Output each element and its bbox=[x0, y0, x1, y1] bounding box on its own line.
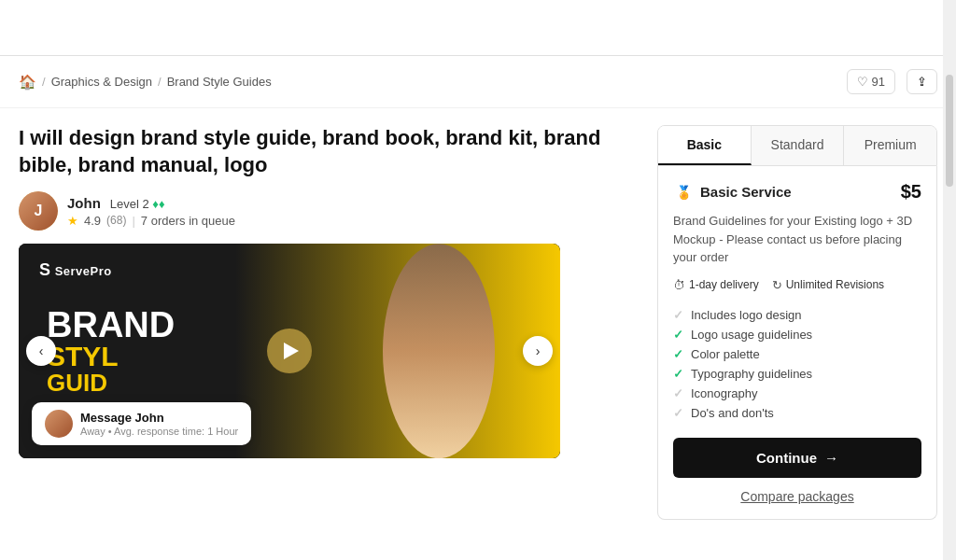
package-features: ✓ Includes logo design ✓ Logo usage guid… bbox=[673, 305, 921, 423]
feature-5-check: ✓ bbox=[673, 386, 683, 400]
seller-avatar[interactable]: J bbox=[19, 191, 58, 231]
feature-1-check: ✓ bbox=[673, 308, 683, 322]
package-price: $5 bbox=[901, 181, 921, 203]
continue-button[interactable]: Continue → bbox=[673, 438, 921, 478]
star-icon: ★ bbox=[67, 214, 78, 228]
message-action: Message John bbox=[80, 411, 238, 425]
package-meta: ⏱ 1-day delivery ↻ Unlimited Revisions bbox=[673, 278, 921, 292]
review-count: (68) bbox=[106, 214, 126, 227]
share-button[interactable]: ⇪ bbox=[907, 69, 937, 94]
seller-level: Level 2 ♦♦ bbox=[110, 197, 165, 211]
revisions-meta: ↻ Unlimited Revisions bbox=[772, 278, 884, 292]
tab-premium-label: Premium bbox=[865, 137, 917, 152]
breadcrumb-graphics[interactable]: Graphics & Design bbox=[51, 75, 152, 89]
servepro-logo: S ServePro bbox=[39, 260, 112, 280]
play-button[interactable] bbox=[267, 329, 312, 373]
feature-1-label: Includes logo design bbox=[691, 308, 802, 322]
scrollbar-thumb[interactable] bbox=[946, 75, 953, 187]
message-popup[interactable]: Message John Away • Avg. response time: … bbox=[32, 402, 251, 445]
level-dots: ♦♦ bbox=[152, 197, 164, 211]
package-badge: 🏅 bbox=[673, 182, 694, 203]
home-icon[interactable]: 🏠 bbox=[19, 74, 36, 91]
breadcrumb-sep1: / bbox=[42, 75, 46, 89]
tab-standard-label: Standard bbox=[771, 137, 824, 152]
tab-basic-label: Basic bbox=[687, 137, 722, 152]
seller-name[interactable]: John bbox=[67, 195, 101, 211]
seller-info: J John Level 2 ♦♦ ★ 4.9 (68) | 7 orders … bbox=[19, 191, 629, 231]
package-title-text: Basic Service bbox=[700, 184, 792, 200]
feature-2: ✓ Logo usage guidelines bbox=[673, 325, 921, 344]
package-body: 🏅 Basic Service $5 Brand Guidelines for … bbox=[657, 166, 937, 520]
gig-image-wrapper: S ServePro BRAND STYL GUID ‹ › bbox=[19, 244, 560, 458]
tab-standard[interactable]: Standard bbox=[752, 126, 845, 165]
feature-3: ✓ Color palette bbox=[673, 344, 921, 364]
share-icon: ⇪ bbox=[917, 75, 927, 89]
response-time: Avg. response time: 1 Hour bbox=[114, 426, 238, 437]
delivery-text: 1-day delivery bbox=[689, 278, 759, 291]
away-status: Away bbox=[80, 426, 105, 437]
feature-6: ✓ Do's and don'ts bbox=[673, 403, 921, 423]
message-sub: Away • Avg. response time: 1 Hour bbox=[80, 426, 238, 437]
heart-icon: ♡ bbox=[857, 75, 868, 89]
feature-4-check: ✓ bbox=[673, 367, 683, 381]
main-content: I will design brand style guide, brand b… bbox=[0, 108, 956, 520]
brand-text-overlay: BRAND STYL GUID bbox=[47, 307, 175, 395]
gig-title: I will design brand style guide, brand b… bbox=[19, 125, 629, 178]
tab-basic[interactable]: Basic bbox=[658, 126, 752, 165]
brand-word: BRAND bbox=[47, 307, 175, 343]
servepro-text: ServePro bbox=[55, 264, 112, 278]
feature-6-check: ✓ bbox=[673, 406, 683, 420]
seller-name-row: John Level 2 ♦♦ bbox=[67, 195, 235, 211]
breadcrumb-brand-guides[interactable]: Brand Style Guides bbox=[167, 75, 272, 89]
message-avatar bbox=[45, 410, 73, 438]
feature-2-label: Logo usage guidelines bbox=[691, 328, 812, 342]
package-description: Brand Guidelines for your Existing logo … bbox=[673, 212, 921, 267]
feature-3-check: ✓ bbox=[673, 347, 683, 361]
play-triangle-icon bbox=[284, 343, 299, 359]
tab-premium[interactable]: Premium bbox=[844, 126, 936, 165]
feature-6-label: Do's and don'ts bbox=[691, 406, 774, 420]
breadcrumb-actions: ♡ 91 ⇪ bbox=[847, 69, 937, 94]
seller-meta: ★ 4.9 (68) | 7 orders in queue bbox=[67, 214, 235, 228]
clock-icon: ⏱ bbox=[673, 278, 685, 292]
package-header: 🏅 Basic Service $5 bbox=[673, 181, 921, 203]
revisions-text: Unlimited Revisions bbox=[786, 278, 884, 291]
feature-2-check: ✓ bbox=[673, 328, 683, 342]
left-column: I will design brand style guide, brand b… bbox=[19, 125, 629, 520]
package-title: 🏅 Basic Service bbox=[673, 182, 792, 203]
feature-5-label: Iconography bbox=[691, 386, 758, 400]
divider: | bbox=[132, 214, 134, 228]
feature-1: ✓ Includes logo design bbox=[673, 305, 921, 325]
style-word: STYL bbox=[47, 343, 175, 371]
level-text: Level 2 bbox=[110, 197, 149, 211]
package-tabs: Basic Standard Premium bbox=[657, 125, 937, 166]
breadcrumb: 🏠 / Graphics & Design / Brand Style Guid… bbox=[0, 56, 956, 108]
feature-3-label: Color palette bbox=[691, 347, 760, 361]
feature-4: ✓ Typography guidelines bbox=[673, 364, 921, 384]
like-button[interactable]: ♡ 91 bbox=[847, 69, 895, 94]
message-text: Message John Away • Avg. response time: … bbox=[80, 411, 238, 437]
guide-word: GUID bbox=[47, 371, 175, 395]
servepro-s: S bbox=[39, 260, 51, 279]
orders-queue: 7 orders in queue bbox=[141, 214, 235, 228]
seller-details: John Level 2 ♦♦ ★ 4.9 (68) | 7 orders in… bbox=[67, 195, 235, 228]
prev-arrow[interactable]: ‹ bbox=[26, 336, 56, 366]
continue-label: Continue bbox=[756, 450, 817, 466]
compare-packages-link[interactable]: Compare packages bbox=[673, 489, 921, 504]
likes-count: 91 bbox=[872, 75, 885, 89]
avatar-image: J bbox=[19, 191, 58, 231]
delivery-meta: ⏱ 1-day delivery bbox=[673, 278, 759, 292]
next-arrow[interactable]: › bbox=[523, 336, 553, 366]
feature-5: ✓ Iconography bbox=[673, 384, 921, 403]
rating-value: 4.9 bbox=[84, 214, 101, 228]
breadcrumb-sep2: / bbox=[158, 75, 162, 89]
scrollbar[interactable] bbox=[943, 0, 956, 520]
right-column: Basic Standard Premium 🏅 Basic Service $… bbox=[657, 125, 937, 520]
top-bar bbox=[0, 0, 956, 56]
feature-4-label: Typography guidelines bbox=[691, 367, 812, 381]
refresh-icon: ↻ bbox=[772, 278, 782, 292]
continue-arrow: → bbox=[824, 450, 838, 466]
